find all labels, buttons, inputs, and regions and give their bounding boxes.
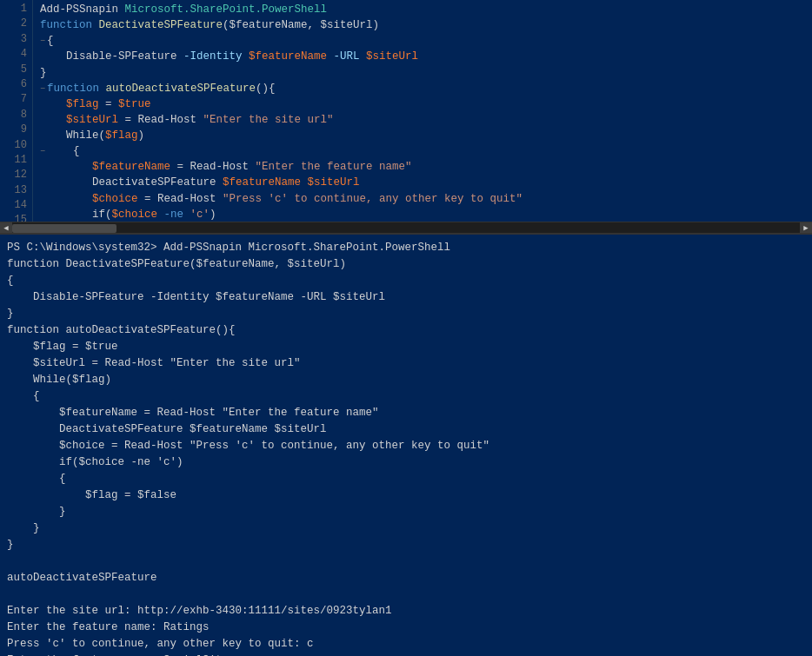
code-token: if( [40, 209, 112, 221]
line-number-6: 6 [5, 77, 27, 92]
line-number-7: 7 [5, 92, 27, 107]
code-token: { [47, 145, 80, 157]
code-token: $true [118, 98, 151, 110]
terminal-line: if($choice -ne 'c') [7, 454, 805, 471]
code-token: -ne [157, 209, 190, 221]
terminal-line: function DeactivateSPFeature($featureNam… [7, 256, 805, 273]
code-line-7: $flag = $true [40, 96, 812, 112]
code-token: Microsoft.SharePoint.PowerShell [125, 3, 328, 16]
code-token: key to quit" [438, 193, 523, 205]
code-token: = Read-Host [177, 161, 256, 173]
line-number-14: 14 [5, 198, 27, 213]
terminal-line: Press 'c' to continue, any other key to … [7, 636, 805, 653]
line-number-11: 11 [5, 153, 27, 168]
terminal-line: function autoDeactivateSPFeature(){ [7, 322, 805, 339]
fold-indicator-10[interactable]: − [40, 147, 45, 156]
code-token: $siteUrl [40, 114, 125, 126]
line-number-15: 15 [5, 213, 27, 222]
code-line-14: if($choice -ne 'c') [40, 207, 812, 222]
code-token: ($featureName, $siteUrl) [223, 19, 379, 31]
code-line-6: −function autoDeactivateSPFeature(){ [40, 81, 812, 96]
code-token: DeactivateSPFeature [40, 176, 223, 189]
terminal-line: } [7, 520, 805, 537]
line-numbers: 1234567891011121314151617181920 [0, 0, 33, 222]
code-area: 1234567891011121314151617181920 Add-PSSn… [0, 0, 812, 222]
line-number-1: 1 [5, 2, 27, 17]
code-token: -Identity [183, 50, 249, 63]
line-number-13: 13 [5, 183, 27, 198]
code-token: -URL [334, 50, 367, 63]
line-number-12: 12 [5, 168, 27, 182]
terminal-line: PS C:\Windows\system32> Add-PSSnapin Mic… [7, 240, 805, 256]
code-token: Add-PSSnapin [40, 3, 125, 16]
code-token: $featureName [249, 50, 334, 63]
code-line-10: − { [40, 143, 812, 159]
code-token: function [47, 83, 106, 95]
code-line-11: $featureName = Read-Host "Enter the feat… [40, 159, 812, 175]
code-token: $siteUrl [308, 176, 360, 189]
scroll-track [12, 222, 800, 235]
terminal-line: $flag = $true [7, 339, 805, 355]
editor-scrollbar[interactable]: ◀ ▶ [0, 222, 812, 234]
terminal-line [7, 586, 805, 603]
code-token: } [40, 67, 47, 79]
code-line-2: function DeactivateSPFeature($featureNam… [40, 17, 812, 33]
code-token: $featureName [223, 176, 308, 189]
line-number-8: 8 [5, 108, 27, 123]
scroll-thumb[interactable] [12, 224, 116, 233]
code-line-9: While($flag) [40, 128, 812, 143]
code-token: $featureName [40, 161, 177, 173]
code-line-5: } [40, 65, 812, 81]
code-token: "Enter the site url" [203, 114, 334, 126]
terminal-line: $flag = $false [7, 487, 805, 504]
line-number-4: 4 [5, 47, 27, 62]
code-line-12: DeactivateSPFeature $featureName $siteUr… [40, 175, 812, 190]
code-token: Disable-SPFeature [40, 50, 183, 63]
terminal-line: } [7, 504, 805, 520]
code-line-3: −{ [40, 33, 812, 49]
code-token: function [40, 19, 99, 31]
terminal-line [7, 553, 805, 570]
code-editor: 1234567891011121314151617181920 Add-PSSn… [0, 0, 812, 235]
fold-indicator-3[interactable]: − [40, 36, 45, 46]
code-token: = Read-Host [144, 193, 223, 205]
terminal-line: { [7, 388, 805, 405]
code-token: DeactivateSPFeature [99, 19, 223, 31]
terminal-line: autoDeactivateSPFeature [7, 570, 805, 586]
scroll-right-button[interactable]: ▶ [800, 222, 812, 235]
code-token: $choice [40, 193, 144, 205]
code-token: 'c' [190, 209, 210, 221]
line-number-2: 2 [5, 17, 27, 31]
fold-indicator-6[interactable]: − [40, 84, 45, 94]
code-token: = [105, 98, 118, 110]
code-token: ) [210, 209, 216, 221]
terminal-pane: PS C:\Windows\system32> Add-PSSnapin Mic… [0, 235, 812, 656]
line-number-5: 5 [5, 63, 27, 77]
terminal-line: } [7, 306, 805, 322]
terminal-line: { [7, 471, 805, 487]
code-text[interactable]: Add-PSSnapin Microsoft.SharePoint.PowerS… [33, 0, 812, 222]
terminal-line: { [7, 273, 805, 289]
terminal-line: } [7, 537, 805, 553]
code-token: $flag [40, 98, 105, 110]
terminal-line: Enter the site url: http://exhb-3430:111… [7, 603, 805, 620]
terminal-line: Enter the feature name: SocialSite [7, 653, 805, 656]
line-number-3: 3 [5, 32, 27, 47]
code-line-13: $choice = Read-Host "Press 'c' to contin… [40, 191, 812, 207]
terminal-line: $siteUrl = Read-Host "Enter the site url… [7, 355, 805, 372]
code-token: = Read-Host [125, 114, 203, 126]
code-token: (){ [256, 83, 276, 95]
line-number-10: 10 [5, 138, 27, 153]
code-token: "Enter the feature name" [256, 161, 412, 173]
code-line-4: Disable-SPFeature -Identity $featureName… [40, 49, 812, 64]
code-token: While( [40, 129, 105, 142]
code-token: $choice [112, 209, 158, 221]
code-token: ) [138, 129, 145, 142]
scroll-left-button[interactable]: ◀ [0, 222, 12, 235]
terminal-line: DeactivateSPFeature $featureName $siteUr… [7, 421, 805, 438]
terminal-line: $featureName = Read-Host "Enter the feat… [7, 405, 805, 421]
terminal-line: While($flag) [7, 372, 805, 388]
code-token: $siteUrl [366, 50, 418, 63]
code-token: $flag [105, 129, 138, 142]
terminal-line: Enter the feature name: Ratings [7, 620, 805, 636]
